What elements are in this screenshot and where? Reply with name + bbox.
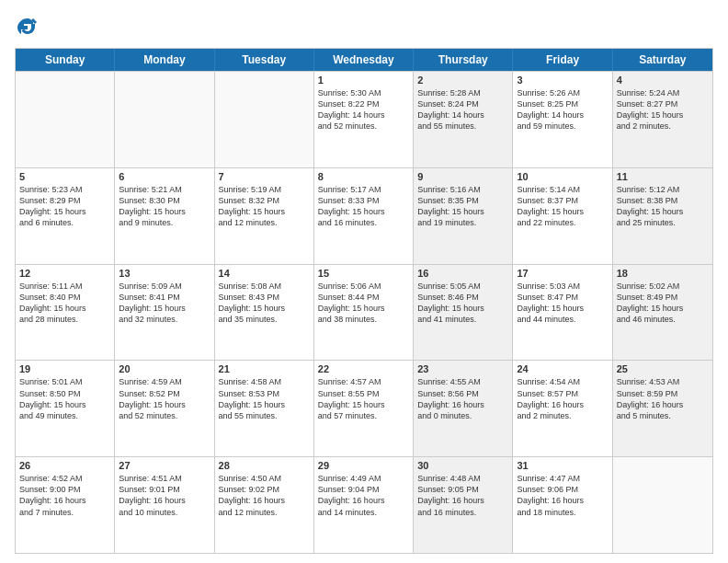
day-number: 24: [517, 363, 608, 374]
cal-cell-30: 30Sunrise: 4:48 AMSunset: 9:05 PMDayligh…: [414, 457, 513, 553]
day-number: 27: [119, 460, 210, 471]
day-number: 18: [617, 268, 709, 279]
cal-cell-26: 26Sunrise: 4:52 AMSunset: 9:00 PMDayligh…: [16, 457, 115, 553]
day-number: 6: [119, 171, 210, 182]
day-number: 29: [318, 460, 409, 471]
cal-week-4: 19Sunrise: 5:01 AMSunset: 8:50 PMDayligh…: [16, 360, 712, 456]
cell-text: Sunrise: 5:19 AMSunset: 8:32 PMDaylight:…: [219, 184, 310, 229]
cal-cell-5: 5Sunrise: 5:23 AMSunset: 8:29 PMDaylight…: [16, 168, 115, 264]
cal-cell-7: 7Sunrise: 5:19 AMSunset: 8:32 PMDaylight…: [215, 168, 314, 264]
day-number: 17: [517, 268, 608, 279]
cell-text: Sunrise: 5:03 AMSunset: 8:47 PMDaylight:…: [517, 281, 608, 326]
day-number: 19: [19, 363, 110, 374]
cal-cell-15: 15Sunrise: 5:06 AMSunset: 8:44 PMDayligh…: [314, 265, 414, 361]
cal-cell-6: 6Sunrise: 5:21 AMSunset: 8:30 PMDaylight…: [115, 168, 214, 264]
calendar-body: 1Sunrise: 5:30 AMSunset: 8:22 PMDaylight…: [16, 71, 712, 553]
cell-text: Sunrise: 5:30 AMSunset: 8:22 PMDaylight:…: [318, 87, 409, 132]
cell-text: Sunrise: 4:58 AMSunset: 8:53 PMDaylight:…: [219, 376, 310, 421]
cell-text: Sunrise: 5:16 AMSunset: 8:35 PMDaylight:…: [417, 184, 508, 229]
day-number: 30: [417, 460, 508, 471]
cal-header-saturday: Saturday: [613, 49, 712, 71]
cal-cell-empty-0-0: [16, 72, 115, 167]
day-number: 4: [617, 75, 709, 86]
cell-text: Sunrise: 5:11 AMSunset: 8:40 PMDaylight:…: [19, 281, 110, 326]
cell-text: Sunrise: 4:48 AMSunset: 9:05 PMDaylight:…: [417, 473, 508, 518]
cal-cell-23: 23Sunrise: 4:55 AMSunset: 8:56 PMDayligh…: [414, 361, 513, 456]
day-number: 1: [318, 75, 409, 86]
cell-text: Sunrise: 4:59 AMSunset: 8:52 PMDaylight:…: [119, 376, 210, 421]
cal-header-tuesday: Tuesday: [215, 49, 314, 71]
cal-cell-9: 9Sunrise: 5:16 AMSunset: 8:35 PMDaylight…: [414, 168, 513, 264]
cell-text: Sunrise: 5:17 AMSunset: 8:33 PMDaylight:…: [318, 184, 409, 229]
cell-text: Sunrise: 5:02 AMSunset: 8:49 PMDaylight:…: [617, 281, 709, 326]
cell-text: Sunrise: 5:14 AMSunset: 8:37 PMDaylight:…: [517, 184, 608, 229]
cal-cell-8: 8Sunrise: 5:17 AMSunset: 8:33 PMDaylight…: [314, 168, 414, 264]
day-number: 7: [219, 171, 310, 182]
cal-cell-28: 28Sunrise: 4:50 AMSunset: 9:02 PMDayligh…: [215, 457, 314, 553]
cal-cell-empty-0-2: [215, 72, 314, 167]
cell-text: Sunrise: 5:24 AMSunset: 8:27 PMDaylight:…: [617, 87, 709, 132]
day-number: 8: [318, 171, 409, 182]
day-number: 10: [517, 171, 608, 182]
cal-cell-31: 31Sunrise: 4:47 AMSunset: 9:06 PMDayligh…: [513, 457, 612, 553]
cell-text: Sunrise: 5:21 AMSunset: 8:30 PMDaylight:…: [119, 184, 210, 229]
logo: [15, 15, 44, 40]
cal-week-3: 12Sunrise: 5:11 AMSunset: 8:40 PMDayligh…: [16, 264, 712, 361]
day-number: 23: [417, 363, 508, 374]
cal-cell-10: 10Sunrise: 5:14 AMSunset: 8:37 PMDayligh…: [513, 168, 612, 264]
cal-cell-27: 27Sunrise: 4:51 AMSunset: 9:01 PMDayligh…: [115, 457, 214, 553]
day-number: 12: [19, 268, 110, 279]
cell-text: Sunrise: 5:08 AMSunset: 8:43 PMDaylight:…: [219, 281, 310, 326]
cal-cell-29: 29Sunrise: 4:49 AMSunset: 9:04 PMDayligh…: [314, 457, 414, 553]
day-number: 31: [517, 460, 608, 471]
cell-text: Sunrise: 4:54 AMSunset: 8:57 PMDaylight:…: [517, 376, 608, 421]
day-number: 9: [417, 171, 508, 182]
cell-text: Sunrise: 5:05 AMSunset: 8:46 PMDaylight:…: [417, 281, 508, 326]
cal-week-1: 1Sunrise: 5:30 AMSunset: 8:22 PMDaylight…: [16, 71, 712, 167]
cell-text: Sunrise: 5:28 AMSunset: 8:24 PMDaylight:…: [417, 87, 508, 132]
cal-cell-24: 24Sunrise: 4:54 AMSunset: 8:57 PMDayligh…: [513, 361, 612, 456]
day-number: 28: [219, 460, 310, 471]
cal-cell-14: 14Sunrise: 5:08 AMSunset: 8:43 PMDayligh…: [215, 265, 314, 361]
cell-text: Sunrise: 5:26 AMSunset: 8:25 PMDaylight:…: [517, 87, 608, 132]
day-number: 26: [19, 460, 110, 471]
cell-text: Sunrise: 5:09 AMSunset: 8:41 PMDaylight:…: [119, 281, 210, 326]
calendar: SundayMondayTuesdayWednesdayThursdayFrid…: [15, 48, 713, 554]
cal-cell-19: 19Sunrise: 5:01 AMSunset: 8:50 PMDayligh…: [16, 361, 115, 456]
day-number: 14: [219, 268, 310, 279]
day-number: 15: [318, 268, 409, 279]
day-number: 11: [617, 171, 709, 182]
logo-icon: [15, 15, 40, 40]
cal-week-5: 26Sunrise: 4:52 AMSunset: 9:00 PMDayligh…: [16, 456, 712, 553]
cal-cell-3: 3Sunrise: 5:26 AMSunset: 8:25 PMDaylight…: [513, 72, 612, 167]
cal-cell-16: 16Sunrise: 5:05 AMSunset: 8:46 PMDayligh…: [414, 265, 513, 361]
cell-text: Sunrise: 4:52 AMSunset: 9:00 PMDaylight:…: [19, 473, 110, 518]
cal-cell-empty-0-1: [115, 72, 214, 167]
day-number: 22: [318, 363, 409, 374]
calendar-header-row: SundayMondayTuesdayWednesdayThursdayFrid…: [16, 49, 712, 71]
header: [15, 15, 713, 40]
page: SundayMondayTuesdayWednesdayThursdayFrid…: [0, 0, 728, 563]
cal-cell-13: 13Sunrise: 5:09 AMSunset: 8:41 PMDayligh…: [115, 265, 214, 361]
day-number: 21: [219, 363, 310, 374]
cell-text: Sunrise: 5:12 AMSunset: 8:38 PMDaylight:…: [617, 184, 709, 229]
cal-cell-25: 25Sunrise: 4:53 AMSunset: 8:59 PMDayligh…: [613, 361, 712, 456]
cal-header-thursday: Thursday: [414, 49, 513, 71]
cal-cell-20: 20Sunrise: 4:59 AMSunset: 8:52 PMDayligh…: [115, 361, 214, 456]
cal-cell-11: 11Sunrise: 5:12 AMSunset: 8:38 PMDayligh…: [613, 168, 712, 264]
cal-header-friday: Friday: [513, 49, 612, 71]
cal-cell-1: 1Sunrise: 5:30 AMSunset: 8:22 PMDaylight…: [314, 72, 414, 167]
cal-week-2: 5Sunrise: 5:23 AMSunset: 8:29 PMDaylight…: [16, 167, 712, 264]
cal-header-wednesday: Wednesday: [314, 49, 414, 71]
cal-cell-empty-4-6: [613, 457, 712, 553]
day-number: 3: [517, 75, 608, 86]
cell-text: Sunrise: 4:57 AMSunset: 8:55 PMDaylight:…: [318, 376, 409, 421]
day-number: 2: [417, 75, 508, 86]
cell-text: Sunrise: 4:51 AMSunset: 9:01 PMDaylight:…: [119, 473, 210, 518]
cell-text: Sunrise: 4:49 AMSunset: 9:04 PMDaylight:…: [318, 473, 409, 518]
day-number: 20: [119, 363, 210, 374]
cal-cell-4: 4Sunrise: 5:24 AMSunset: 8:27 PMDaylight…: [613, 72, 712, 167]
cell-text: Sunrise: 5:06 AMSunset: 8:44 PMDaylight:…: [318, 281, 409, 326]
cal-cell-17: 17Sunrise: 5:03 AMSunset: 8:47 PMDayligh…: [513, 265, 612, 361]
cell-text: Sunrise: 4:47 AMSunset: 9:06 PMDaylight:…: [517, 473, 608, 518]
